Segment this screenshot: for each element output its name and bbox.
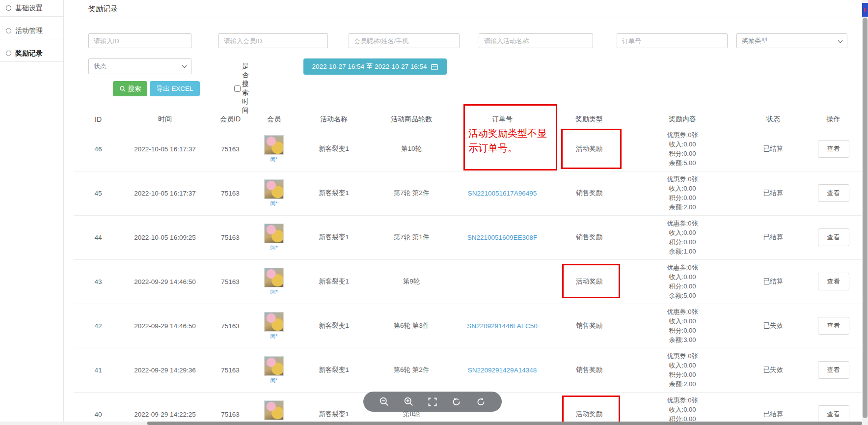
member-avatar[interactable] <box>264 179 284 199</box>
cell-member-id: 75163 <box>207 171 253 215</box>
cell-time: 2022-09-29 14:22:25 <box>123 392 207 425</box>
member-avatar[interactable] <box>264 400 284 420</box>
cell-action: 查看 <box>805 215 862 259</box>
table-row: 41 2022-09-29 14:29:36 75163 闵* 新客裂变1 第6… <box>74 348 862 392</box>
reward-line: 优惠券:0张 <box>624 263 741 272</box>
cell-member: 闵* <box>253 127 295 171</box>
reward-line: 余额:5.00 <box>624 158 741 168</box>
header-member-id: 会员ID <box>207 112 253 127</box>
export-excel-button[interactable]: 导出 EXCEL <box>150 81 200 96</box>
reward-line: 积分:0.00 <box>624 149 741 158</box>
order-link[interactable]: SN2209291446FAFC50 <box>467 322 537 330</box>
reward-line: 优惠券:0张 <box>624 307 741 316</box>
search-button[interactable]: 搜索 <box>113 81 147 96</box>
vertical-scrollbar-thumb[interactable] <box>863 18 868 418</box>
reward-line: 余额:2.00 <box>624 379 741 389</box>
member-avatar[interactable] <box>264 224 284 243</box>
reward-line: 余额:5.00 <box>624 291 741 300</box>
cell-time: 2022-09-29 14:46:50 <box>123 259 207 304</box>
header-reward-type: 奖励类型 <box>555 112 624 127</box>
member-name: 闵* <box>253 377 295 384</box>
cell-order: SN2209291429A14348 <box>450 348 555 392</box>
cell-action: 查看 <box>805 348 862 392</box>
view-button[interactable]: 查看 <box>818 273 849 290</box>
order-link[interactable]: SN2210051617A96495 <box>468 190 537 197</box>
view-button[interactable]: 查看 <box>818 140 849 158</box>
activity-name-input[interactable] <box>479 33 593 48</box>
header-id: ID <box>74 112 123 127</box>
id-input[interactable] <box>88 33 191 48</box>
view-button[interactable]: 查看 <box>818 184 849 202</box>
sidebar: 基础设置 活动管理 奖励记录 <box>0 0 64 425</box>
sidebar-item-basic-settings[interactable]: 基础设置 <box>0 0 63 17</box>
zoom-in-icon[interactable] <box>404 397 414 407</box>
member-avatar[interactable] <box>264 135 284 155</box>
cell-order <box>450 259 555 304</box>
status-select[interactable]: 状态 <box>88 58 191 74</box>
view-button[interactable]: 查看 <box>818 228 849 246</box>
date-range-button[interactable]: 2022-10-27 16:54 至 2022-10-27 16:54 <box>303 58 447 75</box>
records-table: ID 时间 会员ID 会员 活动名称 活动商品轮数 订单号 奖励类型 奖励内容 … <box>74 112 862 425</box>
cell-action: 查看 <box>805 127 862 171</box>
cell-activity: 新客裂变1 <box>295 392 373 425</box>
cell-member: 闵* <box>253 392 295 425</box>
member-name-input[interactable] <box>349 33 460 48</box>
zoom-out-icon[interactable] <box>379 397 389 407</box>
member-avatar[interactable] <box>264 356 284 376</box>
cell-activity: 新客裂变1 <box>295 215 373 259</box>
reward-line: 余额:1.00 <box>624 247 741 256</box>
date-range-value: 2022-10-27 16:54 至 2022-10-27 16:54 <box>312 62 427 71</box>
cell-id: 46 <box>74 127 123 171</box>
fullscreen-icon[interactable] <box>428 397 437 407</box>
chevron-down-icon <box>182 63 187 68</box>
search-time-checkbox[interactable] <box>234 85 241 92</box>
sidebar-item-reward-records[interactable]: 奖励记录 <box>0 45 63 62</box>
cell-activity: 新客裂变1 <box>295 171 373 215</box>
cell-reward-content: 优惠券:0张 收入:0.00 积分:0.00 余额:3.00 <box>624 304 741 348</box>
cell-time: 2022-10-05 16:09:25 <box>123 215 207 259</box>
cell-reward-type: 销售奖励 <box>555 215 624 259</box>
order-link[interactable]: SN2210051609EE308F <box>467 234 538 241</box>
reward-line: 优惠券:0张 <box>624 174 741 184</box>
table-row: 42 2022-09-29 14:46:50 75163 闵* 新客裂变1 第6… <box>74 304 862 348</box>
reward-type-select[interactable]: 奖励类型 <box>736 33 847 48</box>
table-row: 45 2022-10-05 16:17:37 75163 闵* 新客裂变1 第7… <box>74 171 862 215</box>
reward-line: 收入:0.00 <box>624 184 741 193</box>
horizontal-scrollbar-thumb[interactable] <box>147 422 862 425</box>
member-avatar[interactable] <box>264 312 284 332</box>
sidebar-item-activity-management[interactable]: 活动管理 <box>0 23 63 39</box>
vertical-scrollbar[interactable] <box>862 0 868 425</box>
header-time: 时间 <box>123 112 207 127</box>
cell-round: 第6轮 第3件 <box>373 304 450 348</box>
view-button[interactable]: 查看 <box>818 405 849 423</box>
cell-reward-content: 优惠券:0张 收入:0.00 积分:0.00 余额:1.00 <box>624 215 741 259</box>
sidebar-item-label: 奖励记录 <box>15 49 43 58</box>
header-reward-content: 奖励内容 <box>624 112 741 127</box>
reward-line: 优惠券:0张 <box>624 351 741 361</box>
header-action: 操作 <box>805 112 862 127</box>
rotate-left-icon[interactable] <box>451 397 461 407</box>
cell-member-id: 75163 <box>207 304 253 348</box>
view-button[interactable]: 查看 <box>818 317 849 335</box>
rotate-right-icon[interactable] <box>476 397 486 407</box>
sidebar-item-label: 活动管理 <box>15 27 43 35</box>
reward-line: 优惠券:0张 <box>624 396 741 405</box>
horizontal-scrollbar[interactable] <box>0 422 868 425</box>
order-no-input[interactable] <box>617 33 728 48</box>
cell-member-id: 75163 <box>207 348 253 392</box>
order-link[interactable]: SN2209291429A14348 <box>468 367 537 374</box>
chevron-down-icon <box>838 38 843 43</box>
member-id-input[interactable] <box>218 33 328 48</box>
reward-line: 收入:0.00 <box>624 361 741 370</box>
reward-line: 收入:0.00 <box>624 316 741 326</box>
cell-order: SN2210051617A96495 <box>450 171 555 215</box>
reward-line: 收入:0.00 <box>624 405 741 414</box>
view-button[interactable]: 查看 <box>818 361 849 379</box>
search-time-label: 是否搜索时间 <box>242 62 249 115</box>
header-status: 状态 <box>741 112 805 127</box>
member-avatar[interactable] <box>264 268 284 287</box>
page-title: 奖励记录 <box>74 0 862 18</box>
cell-round: 第10轮 <box>373 127 450 171</box>
cell-round: 第7轮 第1件 <box>373 215 450 259</box>
cell-status: 已结算 <box>741 215 805 259</box>
